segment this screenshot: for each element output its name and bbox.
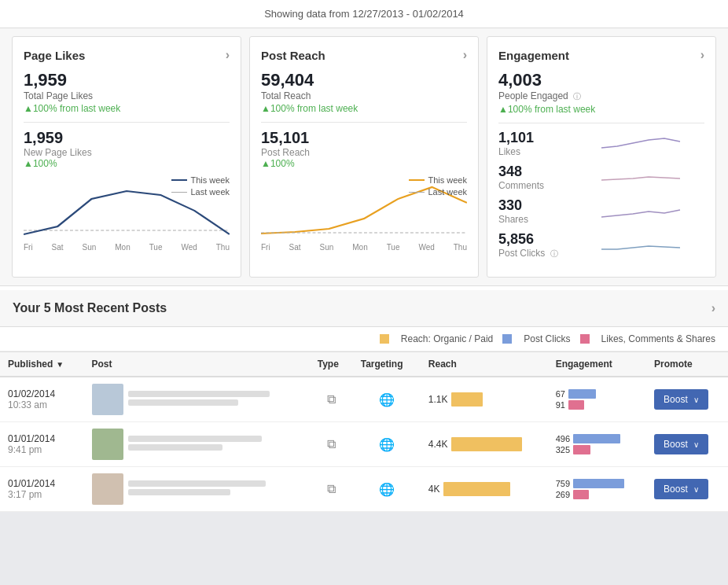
post-cell-1 — [84, 377, 310, 422]
post-reach-last-week-label: Last week — [428, 187, 467, 197]
post-clicks-mini-chart — [577, 234, 704, 257]
post-clicks-legend-color — [502, 334, 512, 344]
post-clicks-row: 5,856 Post Clicks ⓘ — [498, 231, 704, 259]
engagement-cell-3: 759 269 — [548, 467, 646, 512]
targeting-header: Targeting — [353, 352, 421, 377]
post-clicks-legend-label: Post Clicks — [524, 333, 570, 344]
page-likes-legend: This week Last week — [171, 175, 230, 197]
post-reach-card: Post Reach › 59,404 Total Reach ▲100% fr… — [249, 36, 479, 278]
reach-value-3: 4K — [428, 484, 440, 495]
post-thumbnail-1 — [92, 384, 123, 415]
reach-cell-1: 1.1K — [421, 377, 548, 422]
last-week-line-icon — [171, 192, 187, 193]
people-engaged-number: 4,003 — [498, 70, 704, 90]
targeting-globe-icon-1: 🌐 — [361, 392, 413, 407]
post-clicks-info-icon: ⓘ — [550, 249, 558, 258]
people-engaged-label: People Engaged ⓘ — [498, 90, 704, 102]
targeting-cell-2: 🌐 — [353, 422, 421, 467]
engagement-header: Engagement — [548, 352, 646, 377]
comments-row: 348 Comments — [498, 164, 704, 191]
likes-comments-shares-legend-label: Likes, Comments & Shares — [601, 333, 715, 344]
new-page-likes-label: New Page Likes — [24, 147, 230, 158]
reach-legend-label: Reach: Organic / Paid — [401, 333, 493, 344]
date-range-header: Showing data from 12/27/2013 - 01/02/201… — [0, 0, 728, 28]
engagement-cell-2: 496 325 — [548, 422, 646, 467]
comments-mini-chart — [577, 166, 704, 189]
post-reach-arrow-icon[interactable]: › — [463, 48, 467, 62]
table-row: 01/02/2014 10:33 am ⧉ — [0, 377, 728, 422]
targeting-cell-3: 🌐 — [353, 467, 421, 512]
engagement-metrics: 1,101 Likes 348 Comments — [498, 130, 704, 259]
eng-bot-value-2: 325 — [556, 445, 570, 454]
recent-posts-title: Your 5 Most Recent Posts — [13, 301, 167, 315]
targeting-globe-icon-2: 🌐 — [361, 437, 413, 452]
total-reach-number: 59,404 — [261, 70, 467, 90]
page-likes-arrow-icon[interactable]: › — [226, 48, 230, 62]
recent-posts-section: Your 5 Most Recent Posts › Reach: Organi… — [0, 290, 728, 512]
eng-bar-pink-2 — [573, 445, 590, 454]
likes-number: 1,101 — [498, 130, 577, 146]
reach-bar-1 — [451, 392, 483, 407]
shares-row: 330 Shares — [498, 197, 704, 225]
stats-row: Page Likes › 1,959 Total Page Likes ▲100… — [0, 28, 728, 286]
likes-label: Likes — [498, 146, 577, 157]
engagement-arrow-icon[interactable]: › — [700, 48, 704, 62]
reach-legend-color — [380, 334, 389, 344]
published-sort-icon: ▼ — [56, 360, 64, 369]
page-likes-chart-area: This week Last week Fri Sat Sun — [24, 175, 230, 254]
reach-cell-3: 4K — [421, 467, 548, 512]
boost-button-2[interactable]: Boost ∨ — [654, 434, 708, 454]
eng-top-value-1: 67 — [556, 389, 565, 399]
eng-bar-pink-3 — [573, 490, 589, 499]
post-header: Post — [84, 352, 310, 377]
type-cell-3: ⧉ — [310, 467, 353, 512]
published-header[interactable]: Published ▼ — [0, 352, 84, 377]
post-clicks-number: 5,856 — [498, 231, 577, 248]
eng-bot-value-1: 91 — [556, 400, 565, 410]
promote-cell-3: Boost ∨ — [646, 467, 728, 512]
total-page-likes-change: ▲100% from last week — [24, 103, 230, 114]
boost-button-1[interactable]: Boost ∨ — [654, 389, 708, 410]
post-reach-x-axis: Fri Sat Sun Mon Tue Wed Thu — [261, 243, 467, 252]
eng-bar-blue-1 — [568, 389, 596, 399]
post-cell-3 — [84, 467, 310, 512]
shares-label: Shares — [498, 214, 577, 225]
this-week-orange-icon — [409, 179, 425, 181]
likes-row: 1,101 Likes — [498, 130, 704, 157]
page-likes-card: Page Likes › 1,959 Total Page Likes ▲100… — [12, 36, 241, 278]
boost-button-3[interactable]: Boost ∨ — [654, 479, 708, 499]
total-page-likes-number: 1,959 — [24, 70, 230, 90]
promote-cell-2: Boost ∨ — [646, 422, 728, 467]
engagement-cell-1: 67 91 — [548, 377, 646, 422]
eng-top-value-2: 496 — [556, 434, 570, 443]
post-type-icon-3: ⧉ — [318, 482, 345, 496]
likes-legend-color — [580, 334, 590, 344]
post-reach-title: Post Reach › — [261, 48, 467, 62]
post-reach-label: Post Reach — [261, 147, 467, 158]
total-reach-change: ▲100% from last week — [261, 103, 467, 114]
post-reach-change: ▲100% — [261, 158, 467, 169]
post-reach-number: 15,101 — [261, 129, 467, 147]
post-type-icon-2: ⧉ — [318, 437, 345, 451]
people-engaged-change: ▲100% from last week — [498, 104, 704, 115]
posts-table: Published ▼ Post Type Targeting Reach En… — [0, 351, 728, 512]
eng-bar-blue-2 — [573, 434, 620, 443]
recent-posts-arrow-icon[interactable]: › — [711, 301, 715, 315]
post-thumbnail-2 — [92, 429, 123, 460]
post-cell-2 — [84, 422, 310, 467]
comments-label: Comments — [498, 180, 577, 191]
new-page-likes-change: ▲100% — [24, 158, 230, 169]
targeting-cell-1: 🌐 — [353, 377, 421, 422]
boost-chevron-2: ∨ — [693, 440, 699, 449]
people-engaged-info-icon: ⓘ — [573, 92, 581, 101]
eng-bar-blue-3 — [573, 479, 624, 488]
likes-mini-chart — [577, 132, 704, 156]
reach-cell-2: 4.4K — [421, 422, 548, 467]
reach-bar-3 — [443, 482, 510, 496]
eng-bar-pink-1 — [568, 400, 584, 410]
boost-chevron-3: ∨ — [693, 485, 699, 494]
new-page-likes-number: 1,959 — [24, 129, 230, 147]
engagement-card: Engagement › 4,003 People Engaged ⓘ ▲100… — [487, 36, 716, 278]
page-likes-x-axis: Fri Sat Sun Mon Tue Wed Thu — [24, 243, 230, 252]
page-likes-title: Page Likes › — [24, 48, 230, 62]
